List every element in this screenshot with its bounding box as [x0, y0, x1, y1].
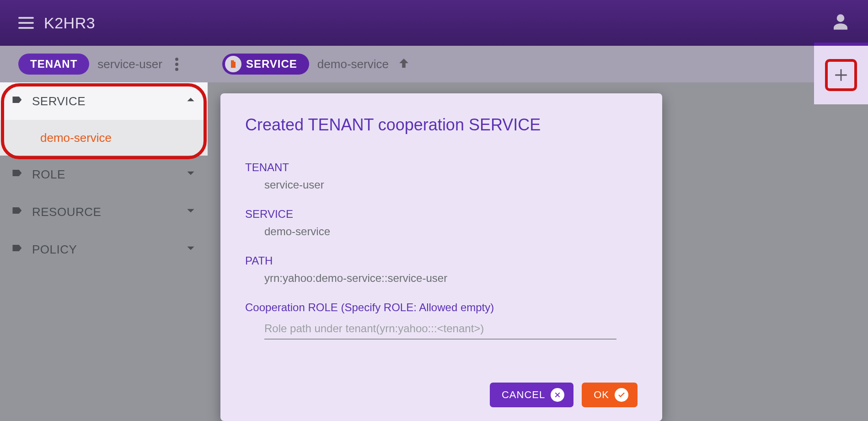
tag-icon — [11, 204, 24, 220]
add-panel — [814, 43, 868, 104]
sidebar-service-panel: SERVICE demo-service — [0, 82, 208, 156]
cancel-button[interactable]: CANCEL — [490, 383, 573, 407]
create-tenant-service-dialog: Created TENANT cooperation SERVICE TENAN… — [220, 93, 662, 421]
service-chip-label: SERVICE — [246, 58, 297, 70]
sidebar-item-label: SERVICE — [32, 94, 86, 108]
tag-icon — [11, 167, 24, 183]
more-icon[interactable] — [171, 58, 183, 71]
sidebar-subitem-demo-service[interactable]: demo-service — [0, 120, 208, 156]
service-label: SERVICE — [245, 208, 638, 221]
arrow-up-icon[interactable] — [397, 56, 411, 72]
dialog-title: Created TENANT cooperation SERVICE — [245, 115, 638, 135]
sidebar-item-resource[interactable]: RESOURCE — [0, 193, 208, 231]
service-value: demo-service — [245, 225, 638, 238]
service-chip[interactable]: SERVICE — [222, 54, 309, 75]
check-icon — [615, 388, 628, 402]
sidebar-item-label: ROLE — [32, 167, 65, 182]
user-icon[interactable] — [831, 13, 850, 33]
sidebar: SERVICE demo-service ROLE RESOURCE POLIC… — [0, 82, 208, 421]
path-value: yrn:yahoo:demo-service::service-user — [245, 272, 638, 285]
tenant-chip[interactable]: TENANT — [18, 54, 89, 75]
tag-icon — [11, 242, 24, 258]
top-bar: K2HR3 — [0, 0, 868, 46]
dialog-buttons: CANCEL OK — [245, 383, 638, 407]
sidebar-item-service[interactable]: SERVICE — [0, 82, 208, 120]
top-bar-left: K2HR3 — [18, 14, 95, 32]
ok-label: OK — [594, 389, 609, 401]
cancel-label: CANCEL — [502, 389, 545, 401]
menu-icon[interactable] — [18, 17, 34, 29]
sidebar-item-role[interactable]: ROLE — [0, 156, 208, 193]
sidebar-item-label: POLICY — [32, 243, 77, 257]
tenant-value: service-user — [97, 57, 162, 71]
sidebar-item-policy[interactable]: POLICY — [0, 231, 208, 268]
cooperation-role-label: Cooperation ROLE (Specify ROLE: Allowed … — [245, 301, 638, 314]
tenant-label: TENANT — [245, 161, 638, 174]
chevron-down-icon — [185, 205, 197, 220]
app-title: K2HR3 — [44, 14, 95, 32]
service-value: demo-service — [317, 57, 389, 71]
close-icon — [551, 388, 564, 402]
sidebar-item-label: RESOURCE — [32, 205, 101, 219]
chevron-down-icon — [185, 242, 197, 257]
chevron-up-icon — [185, 94, 197, 109]
path-label: PATH — [245, 254, 638, 267]
ok-button[interactable]: OK — [582, 383, 638, 407]
chevron-down-icon — [185, 167, 197, 182]
document-icon — [225, 56, 241, 72]
tenant-value: service-user — [245, 178, 638, 191]
add-button[interactable] — [825, 59, 857, 91]
tag-icon — [11, 93, 24, 109]
breadcrumb: TENANT service-user SERVICE demo-service — [0, 46, 868, 82]
cooperation-role-input[interactable] — [264, 318, 616, 340]
